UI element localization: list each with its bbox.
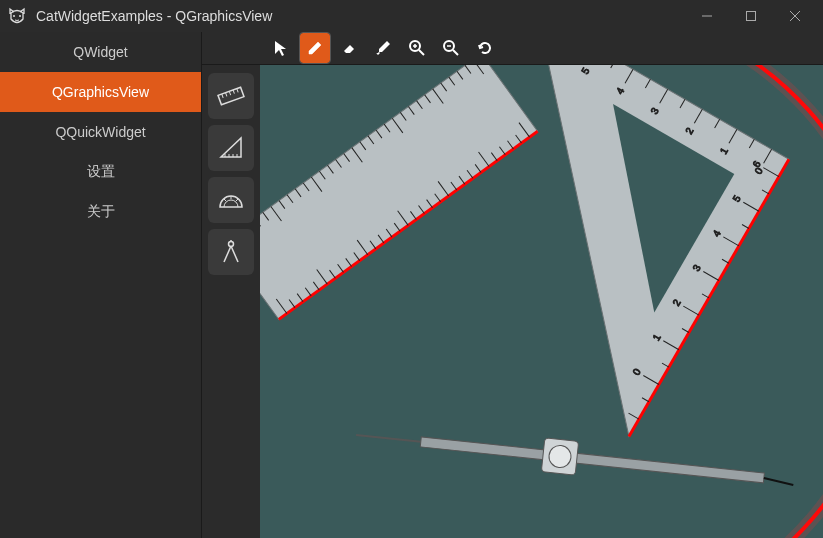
content-area: 0 1 2 3 4 5 6 0 1 2 xyxy=(202,32,823,538)
nav-item-qwidget[interactable]: QWidget xyxy=(0,32,201,72)
svg-point-0 xyxy=(13,15,15,17)
zoom-in-button[interactable] xyxy=(402,33,432,63)
nav-label: QGraphicsView xyxy=(52,84,149,100)
nav-label: QQuickWidget xyxy=(55,124,145,140)
svg-line-137 xyxy=(356,435,421,442)
refresh-icon xyxy=(476,39,494,57)
titlebar: CatWidgetExamples - QGraphicsView xyxy=(0,0,823,32)
svg-rect-138 xyxy=(420,437,545,460)
svg-line-14 xyxy=(222,94,223,98)
zoom-out-icon xyxy=(442,39,460,57)
set-square-tool-button[interactable] xyxy=(208,125,254,171)
brush-icon xyxy=(374,39,392,57)
svg-rect-13 xyxy=(218,87,244,105)
svg-rect-30 xyxy=(260,65,538,319)
main-layout: QWidget QGraphicsView QQuickWidget 设置 关于 xyxy=(0,32,823,538)
svg-line-27 xyxy=(224,246,231,262)
nav-item-about[interactable]: 关于 xyxy=(0,192,201,232)
compass-shape[interactable] xyxy=(354,418,795,498)
compass-icon xyxy=(216,237,246,267)
pointer-icon xyxy=(272,39,290,57)
pencil-icon xyxy=(306,39,324,57)
brush-tool-button[interactable] xyxy=(368,33,398,63)
compass-tool-button[interactable] xyxy=(208,229,254,275)
svg-line-17 xyxy=(233,90,234,94)
svg-point-1 xyxy=(19,15,21,17)
nav-label: 设置 xyxy=(87,163,115,181)
minimize-button[interactable] xyxy=(685,2,729,30)
svg-line-16 xyxy=(229,91,230,95)
window-title: CatWidgetExamples - QGraphicsView xyxy=(36,8,685,24)
svg-line-25 xyxy=(236,199,238,201)
ruler-tool-button[interactable] xyxy=(208,73,254,119)
eraser-icon xyxy=(340,39,358,57)
svg-line-7 xyxy=(419,50,424,55)
svg-line-28 xyxy=(231,246,238,262)
ruler-shape[interactable] xyxy=(260,65,538,319)
svg-point-26 xyxy=(229,242,234,247)
window-controls xyxy=(685,2,817,30)
svg-line-11 xyxy=(453,50,458,55)
toolbar xyxy=(202,32,823,65)
svg-line-142 xyxy=(763,478,793,485)
refresh-button[interactable] xyxy=(470,33,500,63)
shape-tool-sidebar xyxy=(202,65,260,538)
svg-rect-139 xyxy=(574,453,764,483)
graphics-canvas[interactable]: 0 1 2 3 4 5 6 0 1 2 xyxy=(260,65,823,538)
canvas-scene: 0 1 2 3 4 5 6 0 1 2 xyxy=(260,65,823,538)
svg-line-15 xyxy=(226,93,227,97)
svg-line-18 xyxy=(237,89,238,93)
workspace: 0 1 2 3 4 5 6 0 1 2 xyxy=(202,65,823,538)
close-button[interactable] xyxy=(773,2,817,30)
nav-item-settings[interactable]: 设置 xyxy=(0,152,201,192)
svg-line-24 xyxy=(224,199,226,201)
maximize-button[interactable] xyxy=(729,2,773,30)
nav-label: 关于 xyxy=(87,203,115,221)
app-icon xyxy=(6,5,28,27)
navigation-sidebar: QWidget QGraphicsView QQuickWidget 设置 关于 xyxy=(0,32,202,538)
nav-label: QWidget xyxy=(73,44,127,60)
svg-rect-3 xyxy=(747,12,756,21)
ruler-icon xyxy=(216,81,246,111)
protractor-icon xyxy=(216,185,246,215)
nav-item-qgraphicsview[interactable]: QGraphicsView xyxy=(0,72,201,112)
set-square-icon xyxy=(216,133,246,163)
protractor-tool-button[interactable] xyxy=(208,177,254,223)
eraser-tool-button[interactable] xyxy=(334,33,364,63)
zoom-in-icon xyxy=(408,39,426,57)
nav-item-qquickwidget[interactable]: QQuickWidget xyxy=(0,112,201,152)
pointer-tool-button[interactable] xyxy=(266,33,296,63)
zoom-out-button[interactable] xyxy=(436,33,466,63)
pencil-tool-button[interactable] xyxy=(300,33,330,63)
